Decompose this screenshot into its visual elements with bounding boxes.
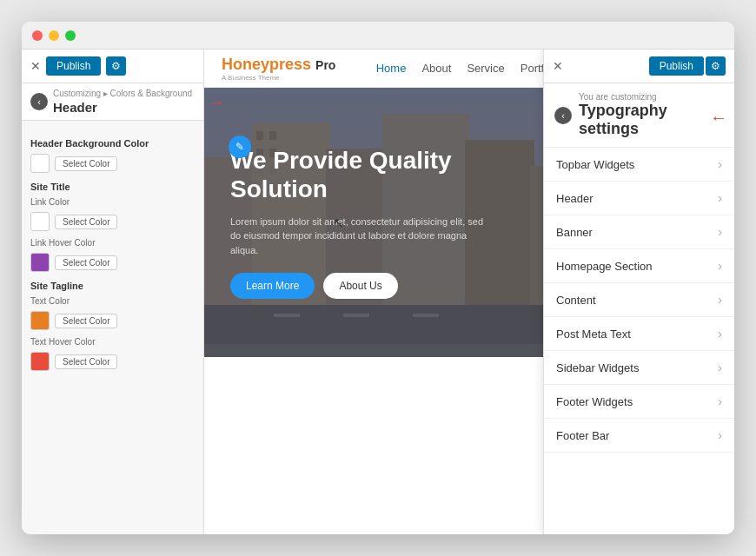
link-color-swatch xyxy=(30,212,50,231)
text-hover-swatch xyxy=(30,352,50,371)
menu-label-post-meta: Post Meta Text xyxy=(556,328,631,341)
menu-label-sidebar: Sidebar Widgets xyxy=(556,361,639,374)
menu-item-sidebar-widgets[interactable]: Sidebar Widgets › xyxy=(544,351,734,385)
menu-item-header[interactable]: Header › xyxy=(544,182,734,215)
right-panel-close[interactable]: ✕ xyxy=(553,60,563,72)
site-title-heading: Site Title xyxy=(30,182,195,192)
right-panel-subtitle: You are customizing xyxy=(579,92,724,102)
text-color-label: Text Color xyxy=(30,296,195,306)
red-arrow-indicator: → xyxy=(208,92,225,112)
chevron-right-icon: › xyxy=(718,157,722,171)
gear-button[interactable]: ⚙ xyxy=(106,56,126,76)
hero-title: We Provide Quality Solution xyxy=(230,146,494,204)
menu-item-footer-widgets[interactable]: Footer Widgets › xyxy=(544,385,734,419)
website-preview-area: Honeypress Pro A Business Theme Home Abo… xyxy=(204,50,734,534)
text-color-swatch xyxy=(30,311,50,330)
back-button[interactable]: ‹ xyxy=(30,93,48,110)
nav-service[interactable]: Service xyxy=(467,62,504,75)
right-panel-header: ✕ Publish ⚙ xyxy=(544,50,734,83)
chevron-right-icon: › xyxy=(718,327,722,341)
menu-label-banner: Banner xyxy=(556,226,593,239)
publish-button[interactable]: Publish xyxy=(46,56,101,76)
breadcrumb-text: Customizing ▸ Colors & Background xyxy=(53,89,192,98)
chevron-right-icon: › xyxy=(718,361,722,374)
site-logo: Honeypress Pro A Business Theme xyxy=(222,56,335,82)
nav-home[interactable]: Home xyxy=(376,62,407,75)
panel-close-button[interactable]: ✕ xyxy=(30,60,41,72)
menu-item-topbar-widgets[interactable]: Topbar Widgets › xyxy=(544,148,734,182)
chevron-right-icon: › xyxy=(718,293,722,307)
right-back-button[interactable]: ‹ xyxy=(554,107,572,124)
logo-text: Honeypress Pro xyxy=(222,56,335,73)
text-hover-select-btn[interactable]: Select Color xyxy=(55,354,117,369)
panel-header: ✕ Publish ⚙ xyxy=(22,50,203,83)
chevron-right-icon: › xyxy=(718,394,722,408)
nav-about[interactable]: About xyxy=(421,62,451,75)
panel-breadcrumb: ‹ Customizing ▸ Colors & Background Head… xyxy=(22,83,203,121)
menu-label-content: Content xyxy=(556,294,596,307)
right-panel-title: Typography settings xyxy=(579,102,724,138)
typography-menu-list: Topbar Widgets › Header › Banner › Homep… xyxy=(544,148,734,534)
menu-label-topbar: Topbar Widgets xyxy=(556,158,634,171)
right-panel-text: You are customizing Typography settings xyxy=(579,92,724,138)
menu-item-content[interactable]: Content › xyxy=(544,283,734,317)
titlebar xyxy=(22,22,734,50)
menu-label-footer-bar: Footer Bar xyxy=(556,429,609,442)
hero-description: Lorem ipsum dolor sit amet, consectetur … xyxy=(230,215,494,258)
cursor-pointer: ↖ xyxy=(333,215,344,231)
chevron-right-icon: › xyxy=(718,191,722,205)
chevron-right-icon: › xyxy=(718,259,722,273)
about-us-button[interactable]: About Us xyxy=(323,273,397,299)
panel-header-left: ✕ Publish ⚙ xyxy=(30,56,126,76)
content-area: ✕ Publish ⚙ ‹ Customizing ▸ Colors & Bac… xyxy=(22,50,734,534)
text-color-row: Select Color xyxy=(30,311,195,330)
text-color-select-btn[interactable]: Select Color xyxy=(55,314,117,328)
browser-window: ✕ Publish ⚙ ‹ Customizing ▸ Colors & Bac… xyxy=(22,22,734,534)
hero-content: We Provide Quality Solution Lorem ipsum … xyxy=(230,146,494,300)
link-hover-select-btn[interactable]: Select Color xyxy=(55,255,117,270)
chevron-right-icon: › xyxy=(718,225,722,239)
right-red-arrow: ← xyxy=(710,108,727,128)
chevron-right-icon: › xyxy=(718,428,722,442)
right-gear-button[interactable]: ⚙ xyxy=(706,56,726,76)
menu-item-footer-bar[interactable]: Footer Bar › xyxy=(544,419,734,453)
link-hover-swatch xyxy=(30,253,50,272)
link-hover-color-row: Select Color xyxy=(30,253,195,272)
right-panel-title-area: ‹ You are customizing Typography setting… xyxy=(544,83,734,148)
header-bg-select-btn[interactable]: Select Color xyxy=(55,156,117,171)
hero-buttons: Learn More About Us xyxy=(230,273,494,299)
menu-label-header: Header xyxy=(556,192,594,205)
menu-item-post-meta-text[interactable]: Post Meta Text › xyxy=(544,317,734,351)
header-bg-color-heading: Header Background Color xyxy=(30,138,195,149)
menu-item-banner[interactable]: Banner › xyxy=(544,215,734,249)
panel-section-title: Header xyxy=(53,98,192,115)
maximize-dot[interactable] xyxy=(65,30,76,41)
text-hover-color-row: Select Color xyxy=(30,352,195,371)
header-bg-color-row: Select Color xyxy=(30,154,195,173)
close-dot[interactable] xyxy=(32,30,43,41)
left-customizer-panel: ✕ Publish ⚙ ‹ Customizing ▸ Colors & Bac… xyxy=(22,50,204,534)
text-hover-color-label: Text Hover Color xyxy=(30,337,195,347)
panel-body: Header Background Color Select Color Sit… xyxy=(22,121,203,534)
menu-label-footer-widgets: Footer Widgets xyxy=(556,395,633,408)
minimize-dot[interactable] xyxy=(49,30,59,41)
link-color-select-btn[interactable]: Select Color xyxy=(55,215,117,229)
right-publish-button[interactable]: Publish xyxy=(649,56,704,76)
right-customizer-panel: ✕ Publish ⚙ ‹ You are customizing Typogr… xyxy=(543,50,734,534)
link-color-row: Select Color xyxy=(30,212,195,231)
right-publish-area: Publish ⚙ xyxy=(649,56,726,76)
link-color-label: Link Color xyxy=(30,197,195,207)
learn-more-button[interactable]: Learn More xyxy=(230,273,315,299)
header-bg-swatch xyxy=(30,154,50,173)
menu-item-homepage-section[interactable]: Homepage Section › xyxy=(544,249,734,283)
logo-tagline: A Business Theme xyxy=(222,74,335,82)
site-tagline-heading: Site Tagline xyxy=(30,281,195,291)
menu-label-homepage-section: Homepage Section xyxy=(556,260,653,273)
link-hover-color-label: Link Hover Color xyxy=(30,238,195,248)
hero-edit-icon[interactable]: ✎ xyxy=(229,136,251,158)
